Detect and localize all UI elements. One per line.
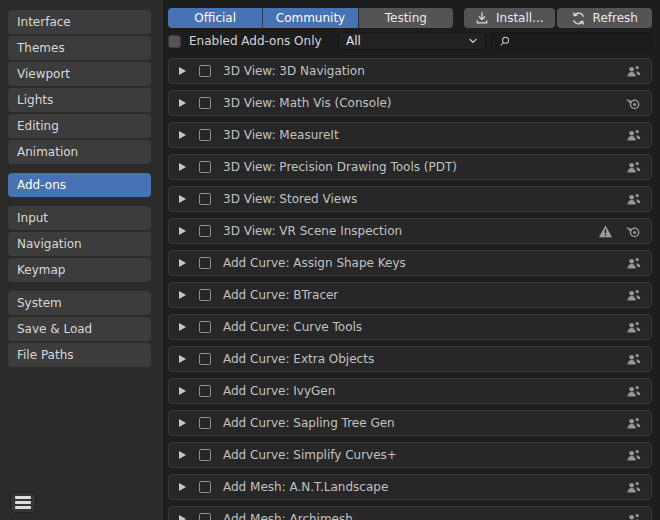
sidebar-item-viewport[interactable]: Viewport	[8, 62, 151, 86]
sidebar-item-keymap[interactable]: Keymap	[8, 258, 151, 282]
addon-status-icons	[626, 128, 641, 143]
community-users-icon	[626, 288, 641, 303]
addon-row[interactable]: Add Curve: Sapling Tree Gen	[168, 410, 652, 436]
sidebar-item-save-load[interactable]: Save & Load	[8, 317, 151, 341]
filter-testing[interactable]: Testing	[358, 8, 453, 28]
addon-enable-checkbox[interactable]	[199, 193, 211, 205]
sidebar-item-label: Animation	[17, 145, 78, 159]
expand-triangle-icon[interactable]	[179, 259, 186, 267]
addon-row[interactable]: Add Mesh: A.N.T.Landscape	[168, 474, 652, 500]
addon-row[interactable]: Add Mesh: Archimesh	[168, 506, 652, 520]
install-button[interactable]: Install...	[464, 8, 555, 28]
expand-triangle-icon[interactable]	[179, 99, 186, 107]
addon-enable-checkbox[interactable]	[199, 257, 211, 269]
sidebar-item-label: Add-ons	[17, 178, 66, 192]
addon-row[interactable]: 3D View: 3D Navigation	[168, 58, 652, 84]
addon-row[interactable]: Add Curve: BTracer	[168, 282, 652, 308]
expand-triangle-icon[interactable]	[179, 195, 186, 203]
addon-row[interactable]: 3D View: VR Scene Inspection	[168, 218, 652, 244]
community-users-icon	[626, 320, 641, 335]
addon-enable-checkbox[interactable]	[199, 449, 211, 461]
chevron-down-icon	[468, 36, 478, 46]
addon-status-icons	[626, 192, 641, 207]
addon-row[interactable]: Add Curve: Assign Shape Keys	[168, 250, 652, 276]
enabled-only-label: Enabled Add-ons Only	[189, 34, 322, 48]
sidebar-item-themes[interactable]: Themes	[8, 36, 151, 60]
community-users-icon	[626, 448, 641, 463]
expand-triangle-icon[interactable]	[179, 131, 186, 139]
expand-triangle-icon[interactable]	[179, 419, 186, 427]
sidebar-item-animation[interactable]: Animation	[8, 140, 151, 164]
addon-enable-checkbox[interactable]	[199, 321, 211, 333]
sidebar-item-lights[interactable]: Lights	[8, 88, 151, 112]
addon-row[interactable]: 3D View: MeasureIt	[168, 122, 652, 148]
blender-logo-icon	[625, 95, 641, 111]
sidebar-item-label: System	[17, 296, 62, 310]
addon-enable-checkbox[interactable]	[199, 97, 211, 109]
community-users-icon	[626, 128, 641, 143]
addon-name: 3D View: MeasureIt	[223, 128, 339, 142]
sidebar-item-label: Interface	[17, 15, 71, 29]
addon-row[interactable]: Add Curve: Extra Objects	[168, 346, 652, 372]
addon-row[interactable]: 3D View: Stored Views	[168, 186, 652, 212]
community-users-icon	[626, 256, 641, 271]
expand-triangle-icon[interactable]	[179, 355, 186, 363]
addon-enable-checkbox[interactable]	[199, 417, 211, 429]
addon-row[interactable]: 3D View: Precision Drawing Tools (PDT)	[168, 154, 652, 180]
addon-name: 3D View: 3D Navigation	[223, 64, 365, 78]
sidebar-item-input[interactable]: Input	[8, 206, 151, 230]
addon-enable-checkbox[interactable]	[199, 161, 211, 173]
addon-status-icons	[626, 352, 641, 367]
segment-label: Testing	[385, 11, 427, 25]
install-label: Install...	[496, 11, 544, 25]
addon-status-icons	[626, 480, 641, 495]
expand-triangle-icon[interactable]	[179, 163, 186, 171]
addon-name: Add Mesh: A.N.T.Landscape	[223, 480, 388, 494]
addon-name: 3D View: VR Scene Inspection	[223, 224, 402, 238]
addon-enable-checkbox[interactable]	[199, 513, 211, 520]
expand-triangle-icon[interactable]	[179, 483, 186, 491]
addon-name: Add Curve: Assign Shape Keys	[223, 256, 406, 270]
warning-triangle-icon	[598, 224, 613, 239]
community-users-icon	[626, 480, 641, 495]
addon-enable-checkbox[interactable]	[199, 289, 211, 301]
addon-row[interactable]: 3D View: Math Vis (Console)	[168, 90, 652, 116]
sidebar-item-editing[interactable]: Editing	[8, 114, 151, 138]
sidebar-item-navigation[interactable]: Navigation	[8, 232, 151, 256]
addon-status-icons	[626, 320, 641, 335]
sidebar-item-label: Editing	[17, 119, 59, 133]
sidebar-item-file-paths[interactable]: File Paths	[8, 343, 151, 367]
expand-triangle-icon[interactable]	[179, 387, 186, 395]
sidebar-item-add-ons[interactable]: Add-ons	[8, 173, 151, 197]
addon-status-icons	[626, 256, 641, 271]
search-input[interactable]	[516, 34, 644, 48]
expand-triangle-icon[interactable]	[179, 515, 186, 520]
sidebar-item-system[interactable]: System	[8, 291, 151, 315]
addon-row[interactable]: Add Curve: Simplify Curves+	[168, 442, 652, 468]
expand-triangle-icon[interactable]	[179, 323, 186, 331]
addon-name: Add Curve: IvyGen	[223, 384, 335, 398]
search-field[interactable]	[491, 32, 652, 50]
addon-enable-checkbox[interactable]	[199, 65, 211, 77]
addon-enable-checkbox[interactable]	[199, 385, 211, 397]
community-users-icon	[626, 384, 641, 399]
addon-row[interactable]: Add Curve: IvyGen	[168, 378, 652, 404]
refresh-button[interactable]: Refresh	[557, 8, 652, 28]
filter-official[interactable]: Official	[168, 8, 262, 28]
addon-enable-checkbox[interactable]	[199, 353, 211, 365]
enabled-only-checkbox[interactable]	[168, 35, 181, 48]
addon-enable-checkbox[interactable]	[199, 129, 211, 141]
expand-triangle-icon[interactable]	[179, 291, 186, 299]
addon-name: Add Curve: Sapling Tree Gen	[223, 416, 395, 430]
expand-triangle-icon[interactable]	[179, 451, 186, 459]
addon-name: Add Curve: Extra Objects	[223, 352, 374, 366]
expand-triangle-icon[interactable]	[179, 67, 186, 75]
addon-row[interactable]: Add Curve: Curve Tools	[168, 314, 652, 340]
hamburger-menu-icon[interactable]	[10, 492, 36, 513]
filter-community[interactable]: Community	[262, 8, 357, 28]
category-dropdown[interactable]: All	[338, 32, 486, 50]
addon-enable-checkbox[interactable]	[199, 225, 211, 237]
sidebar-item-interface[interactable]: Interface	[8, 10, 151, 34]
expand-triangle-icon[interactable]	[179, 227, 186, 235]
addon-enable-checkbox[interactable]	[199, 481, 211, 493]
